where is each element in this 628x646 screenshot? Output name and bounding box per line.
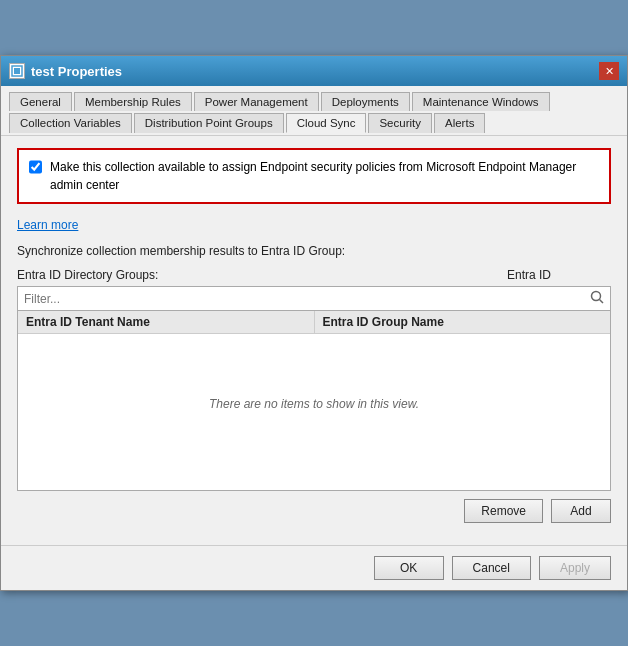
svg-rect-1 — [14, 68, 20, 74]
tab-power-management[interactable]: Power Management — [194, 92, 319, 111]
footer: OK Cancel Apply — [1, 545, 627, 590]
svg-line-3 — [600, 300, 604, 304]
sync-label: Synchronize collection membership result… — [17, 244, 611, 258]
tab-general[interactable]: General — [9, 92, 72, 111]
filter-input[interactable] — [18, 289, 584, 309]
column-group-name: Entra ID Group Name — [315, 311, 611, 333]
svg-point-2 — [592, 292, 601, 301]
filter-row — [17, 286, 611, 311]
column-tenant-name: Entra ID Tenant Name — [18, 311, 315, 333]
directory-groups-label: Entra ID Directory Groups: — [17, 268, 158, 282]
table-body: There are no items to show in this view. — [18, 334, 610, 474]
main-content: Make this collection available to assign… — [1, 136, 627, 545]
checkbox-wrap: Make this collection available to assign… — [29, 158, 599, 194]
endpoint-policy-label: Make this collection available to assign… — [50, 158, 599, 194]
table-action-buttons: Remove Add — [17, 499, 611, 533]
remove-button[interactable]: Remove — [464, 499, 543, 523]
directory-groups-table: Entra ID Tenant Name Entra ID Group Name… — [17, 311, 611, 491]
endpoint-policy-section: Make this collection available to assign… — [17, 148, 611, 204]
tab-collection-variables[interactable]: Collection Variables — [9, 113, 132, 133]
tabs-container: General Membership Rules Power Managemen… — [1, 86, 627, 136]
add-button[interactable]: Add — [551, 499, 611, 523]
entra-id-column-label: Entra ID — [507, 268, 551, 282]
title-bar: test Properties ✕ — [1, 56, 627, 86]
tab-alerts[interactable]: Alerts — [434, 113, 485, 133]
tab-distribution-point-groups[interactable]: Distribution Point Groups — [134, 113, 284, 133]
no-items-message: There are no items to show in this view. — [209, 397, 419, 411]
tab-security[interactable]: Security — [368, 113, 432, 133]
search-icon — [584, 287, 610, 310]
window-icon — [9, 63, 25, 79]
tab-maintenance-windows[interactable]: Maintenance Windows — [412, 92, 550, 111]
title-bar-left: test Properties — [9, 63, 122, 79]
window-title: test Properties — [31, 64, 122, 79]
tab-cloud-sync[interactable]: Cloud Sync — [286, 113, 367, 133]
tab-deployments[interactable]: Deployments — [321, 92, 410, 111]
endpoint-policy-checkbox[interactable] — [29, 160, 42, 174]
directory-header: Entra ID Directory Groups: Entra ID — [17, 268, 611, 282]
tab-row-1: General Membership Rules Power Managemen… — [9, 92, 619, 111]
properties-window: test Properties ✕ General Membership Rul… — [0, 55, 628, 591]
table-header: Entra ID Tenant Name Entra ID Group Name — [18, 311, 610, 334]
tab-membership-rules[interactable]: Membership Rules — [74, 92, 192, 111]
ok-button[interactable]: OK — [374, 556, 444, 580]
tab-row-2: Collection Variables Distribution Point … — [9, 113, 619, 133]
cancel-button[interactable]: Cancel — [452, 556, 531, 580]
close-button[interactable]: ✕ — [599, 62, 619, 80]
apply-button[interactable]: Apply — [539, 556, 611, 580]
learn-more-link[interactable]: Learn more — [17, 218, 78, 232]
